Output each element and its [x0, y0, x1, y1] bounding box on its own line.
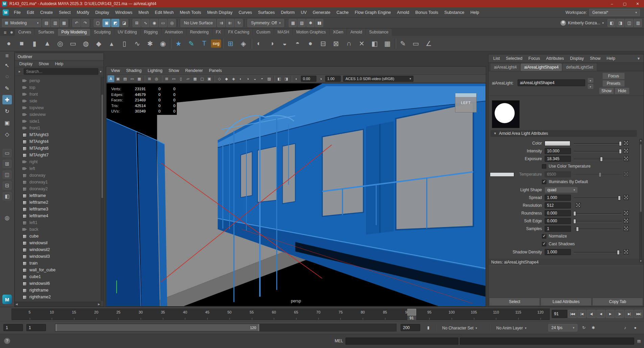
checkbox[interactable] — [542, 234, 546, 239]
bookmarks-icon[interactable]: ▭ — [129, 75, 136, 82]
pin-icon[interactable]: ▼ — [636, 56, 642, 60]
outliner-item[interactable]: windowsil2 — [15, 246, 101, 253]
outliner-item[interactable]: persp — [15, 77, 101, 84]
layout-single-pane-icon[interactable]: ▭ — [3, 149, 11, 157]
output-connections-icon[interactable]: ⇇ — [226, 19, 234, 27]
attribute-editor-scrollbar[interactable]: ▲ ▼ — [639, 139, 642, 263]
attribute-slider[interactable] — [574, 198, 622, 199]
outliner-vertical-scrollbar[interactable] — [101, 77, 103, 301]
select-component-icon[interactable]: ◩ — [111, 19, 119, 27]
attribute-editor-toggle-icon[interactable]: ◫ — [625, 19, 633, 27]
shelf-tab[interactable]: Surfaces — [35, 29, 57, 36]
menu-item[interactable]: Surfaces — [255, 9, 278, 16]
toolbar-icon[interactable] — [244, 19, 245, 27]
menu-item[interactable]: Create — [37, 9, 56, 16]
outliner-menu-item[interactable]: Show — [36, 61, 51, 67]
snap-curve-icon[interactable]: ∿ — [141, 19, 149, 27]
menu-item[interactable]: Mesh Tools — [177, 9, 204, 16]
attribute-slider[interactable] — [574, 229, 622, 230]
viewport-menu-item[interactable]: Renderer — [183, 67, 206, 74]
gate-mask-icon[interactable]: ▱ — [185, 75, 191, 82]
menu-item[interactable]: Cache — [333, 9, 352, 16]
outliner-item[interactable]: side — [15, 98, 101, 104]
outliner-item[interactable]: MTAright3 — [15, 131, 101, 138]
playback-range-bar[interactable]: 120 — [55, 324, 259, 331]
shelf-item-icon[interactable] — [170, 39, 172, 49]
menu-item[interactable]: UV — [298, 9, 310, 16]
construction-history-icon[interactable]: ↻ — [235, 19, 243, 27]
outliner-menu-item[interactable]: Help — [52, 61, 66, 67]
outliner-item[interactable]: front — [15, 91, 101, 98]
mute-icon[interactable]: ♪ — [621, 324, 629, 331]
attribute-editor-footer-button[interactable]: Select — [489, 298, 540, 306]
shelf-tab[interactable]: UV Editing — [114, 29, 140, 36]
attribute-editor-menu-item[interactable]: Help — [604, 55, 618, 62]
step-back-key-button[interactable]: |◀ — [577, 310, 586, 318]
outliner-item[interactable]: cube1 — [15, 273, 101, 280]
svg-tool-icon[interactable]: svg — [211, 40, 221, 48]
outliner-item[interactable]: left1 — [15, 219, 101, 226]
close-button[interactable]: ✕ — [631, 0, 644, 7]
poly-soccerball-icon[interactable]: ◉ — [157, 38, 169, 50]
poly-pyramid-icon[interactable]: ▴ — [105, 38, 118, 50]
go-to-end-button[interactable]: ▶▶| — [634, 310, 643, 318]
slider-handle[interactable] — [617, 250, 620, 255]
attribute-value-field[interactable]: 1.000 — [545, 195, 571, 201]
slider-handle[interactable] — [573, 219, 576, 224]
exposure-field[interactable]: 0.00 — [301, 76, 316, 82]
2d-pan-zoom-icon[interactable]: ⊞ — [146, 75, 153, 82]
render-settings-icon[interactable]: ✱ — [306, 19, 314, 27]
menu-item[interactable]: File — [11, 9, 24, 16]
colorspace-dropdown[interactable]: ACES 1.0 SDR-video (sRGB) ▾ — [343, 76, 413, 82]
outliner-item[interactable]: side1 — [15, 118, 101, 125]
attribute-value-field[interactable]: 1.000 — [545, 249, 571, 255]
maya-home-icon[interactable]: M — [3, 9, 9, 16]
outliner-item[interactable]: left — [15, 165, 101, 172]
playback-start-field[interactable]: 1 — [26, 324, 46, 331]
attribute-checkbox[interactable]: Normalize — [542, 234, 567, 239]
shelf-tab[interactable]: Substance — [366, 29, 392, 36]
lock-camera-icon[interactable]: ▣ — [115, 75, 121, 82]
select-hierarchy-icon[interactable]: ▢ — [94, 19, 102, 27]
input-connections-icon[interactable]: ⇉ — [217, 19, 225, 27]
command-output[interactable] — [460, 338, 634, 345]
checkbox[interactable] — [542, 164, 546, 169]
script-editor-icon[interactable]: ▤ — [636, 338, 642, 344]
separate-icon[interactable]: ◑ — [266, 38, 278, 50]
open-scene-icon[interactable]: ▥ — [51, 19, 59, 27]
zoom-tool-icon[interactable]: ◎ — [3, 213, 11, 222]
menu-item[interactable]: Edit — [24, 9, 37, 16]
chevron-down-icon[interactable]: ▾ — [100, 70, 101, 73]
attribute-value-field[interactable]: 512 — [545, 202, 571, 208]
menu-item[interactable]: Edit Mesh — [152, 9, 177, 16]
shelf-tab[interactable]: Curves — [15, 29, 34, 36]
outliner-item[interactable]: doorway1 — [15, 179, 101, 185]
outliner-item[interactable]: MTAright7 — [15, 152, 101, 158]
smooth-mesh-icon[interactable]: ● — [304, 38, 316, 50]
attribute-editor-tab[interactable]: aiAreaLight4 — [491, 64, 520, 71]
time-slider[interactable]: 5101520253035404550556065707580859095100… — [11, 308, 550, 320]
layout-four-pane-icon[interactable]: ⊞ — [3, 160, 11, 168]
outliner-item[interactable]: cube — [15, 233, 101, 240]
step-back-frame-button[interactable]: ◀| — [587, 310, 596, 318]
viewport-menu-item[interactable]: Show — [166, 67, 182, 74]
shelf-tab[interactable]: Arnold — [347, 29, 365, 36]
toolbox-menu-icon[interactable]: ≣ — [3, 52, 11, 58]
anti-alias-icon[interactable]: ▨ — [266, 75, 272, 82]
focus-button[interactable]: Focus — [602, 73, 625, 79]
textured-icon[interactable]: ◈ — [230, 75, 237, 82]
attribute-editor-footer-button[interactable]: Load Attributes — [541, 298, 591, 306]
render-current-frame-icon[interactable]: ▩ — [289, 19, 297, 27]
poly-torus-icon[interactable]: ◎ — [54, 38, 66, 50]
attribute-slider[interactable] — [574, 143, 622, 144]
hide-button[interactable]: Hide — [615, 88, 629, 94]
shelf-item-icon[interactable] — [250, 39, 252, 49]
mirror-icon[interactable]: ◧ — [368, 38, 381, 50]
attribute-editor-menu-item[interactable]: Show — [587, 55, 603, 62]
bookmark-icon[interactable]: ▮ — [425, 324, 432, 331]
outliner-item[interactable]: leftframe3 — [15, 206, 101, 213]
poly-pipe-icon[interactable]: ▯ — [118, 38, 130, 50]
slider-handle[interactable] — [599, 172, 601, 177]
subdivide-icon[interactable]: ▦ — [381, 38, 393, 50]
poly-helix-icon[interactable]: ∿ — [131, 38, 143, 50]
